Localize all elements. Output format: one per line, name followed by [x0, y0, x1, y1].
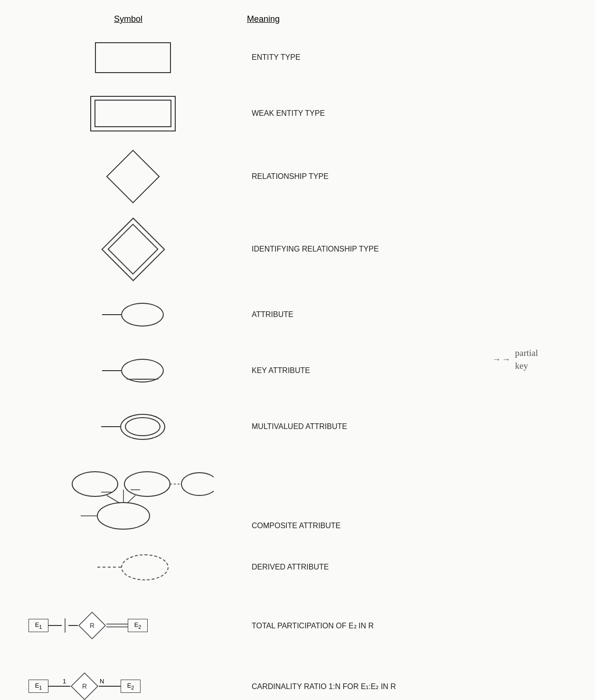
- weak-entity-inner-rect: [94, 100, 171, 127]
- attribute-ellipse: [121, 303, 164, 327]
- cr-n-label: N: [100, 678, 104, 685]
- derived-ellipse: [121, 554, 169, 580]
- diamond-shape: [106, 149, 160, 203]
- svg-text:R: R: [82, 682, 87, 690]
- cardinality-ratio-meaning: CARDINALITY RATIO 1:N FOR E₁:E₂ IN R: [247, 682, 576, 691]
- composite-attribute-shape: [52, 466, 214, 530]
- double-diamond-wrap: [104, 221, 161, 278]
- page: Symbol Meaning ENTITY TYPE WEAK ENTITY T…: [0, 0, 595, 700]
- tp-diamond-svg: R: [78, 611, 106, 640]
- key-attribute-row: KEY ATTRIBUTE →→ partialkey: [19, 352, 576, 390]
- cr-e2-box: E2: [121, 680, 141, 693]
- cr-diamond-svg: R: [70, 672, 99, 700]
- tp-line2: [68, 625, 78, 626]
- entity-type-symbol: [19, 42, 247, 73]
- svg-point-2: [72, 472, 118, 496]
- entity-type-shape: [95, 42, 171, 73]
- key-underline: [126, 379, 159, 380]
- svg-point-4: [124, 472, 170, 496]
- tp-e2-label: E2: [134, 621, 142, 630]
- diamond-wrap: [107, 150, 159, 203]
- multivalued-line: [101, 426, 120, 427]
- cr-1-label: 1: [63, 678, 66, 685]
- identifying-relationship-type-symbol: [19, 221, 247, 278]
- tp-e1-label: E1: [35, 621, 42, 630]
- derived-attribute-meaning: DERIVED ATTRIBUTE: [247, 563, 576, 571]
- key-attribute-ellipse: [121, 359, 164, 383]
- total-participation-row: E1 R: [19, 604, 576, 647]
- attribute-shape-wrap: [102, 303, 164, 327]
- attribute-line: [102, 314, 121, 315]
- composite-attribute-row: COMPOSITE ATTRIBUTE: [19, 464, 576, 530]
- cr-line2: [64, 686, 70, 687]
- weak-entity-type-row: WEAK ENTITY TYPE: [19, 94, 576, 132]
- multivalued-attribute-row: MULTIVALUED ATTRIBUTE: [19, 408, 576, 446]
- svg-line-9: [127, 495, 135, 503]
- attribute-row: ATTRIBUTE: [19, 296, 576, 334]
- multivalued-attribute-meaning: MULTIVALUED ATTRIBUTE: [247, 422, 576, 431]
- tp-line1: [48, 625, 62, 626]
- double-diamond-inner: [107, 224, 158, 274]
- svg-text:R: R: [90, 622, 94, 629]
- handwritten-note: →→ partialkey: [492, 347, 538, 372]
- svg-point-7: [181, 473, 214, 495]
- cardinality-ratio-shape: E1 1 R N: [28, 672, 237, 700]
- composite-attribute-meaning: COMPOSITE ATTRIBUTE: [247, 522, 576, 530]
- cardinality-ratio-symbol: E1 1 R N: [19, 672, 247, 700]
- multivalued-ellipse-inner: [125, 417, 161, 436]
- composite-attribute-symbol: [19, 466, 247, 530]
- cr-e1-label: E1: [35, 682, 42, 691]
- identifying-relationship-type-meaning: IDENTIFYING RELATIONSHIP TYPE: [247, 245, 576, 253]
- entity-type-meaning: ENTITY TYPE: [247, 53, 576, 62]
- key-attribute-shape-wrap: [102, 359, 164, 383]
- multivalued-ellipse-outer: [120, 414, 165, 440]
- multivalued-attribute-symbol: [19, 414, 247, 440]
- meaning-header: Meaning: [247, 14, 280, 24]
- derived-shape-wrap: [97, 554, 169, 580]
- identifying-relationship-type-row: IDENTIFYING RELATIONSHIP TYPE: [19, 221, 576, 278]
- relationship-type-meaning: RELATIONSHIP TYPE: [247, 172, 576, 181]
- total-participation-shape: E1 R: [28, 611, 237, 640]
- cr-line3: [99, 686, 121, 687]
- key-attribute-line: [102, 370, 121, 371]
- multivalued-shape-wrap: [101, 414, 165, 440]
- header-row: Symbol Meaning: [19, 14, 576, 24]
- key-attribute-symbol: [19, 359, 247, 383]
- total-participation-meaning: TOTAL PARTICIPATION OF E₂ IN R: [247, 621, 576, 630]
- entity-type-row: ENTITY TYPE: [19, 38, 576, 76]
- svg-point-0: [97, 503, 150, 529]
- weak-entity-type-symbol: [19, 96, 247, 131]
- svg-line-8: [107, 495, 120, 503]
- tp-tick1: [62, 618, 68, 633]
- attribute-meaning: ATTRIBUTE: [247, 310, 576, 319]
- attribute-symbol: [19, 303, 247, 327]
- total-participation-symbol: E1 R: [19, 611, 247, 640]
- relationship-type-symbol: [19, 150, 247, 203]
- cr-line1: [48, 686, 64, 687]
- cr-e1-box: E1: [28, 680, 48, 693]
- derived-attribute-row: DERIVED ATTRIBUTE: [19, 548, 576, 586]
- tp-e1-box: E1: [28, 619, 48, 632]
- cardinality-ratio-row: E1 1 R N: [19, 665, 576, 700]
- weak-entity-outer-rect: [90, 96, 176, 131]
- derived-line: [97, 567, 121, 568]
- cr-e2-label: E2: [127, 682, 134, 691]
- relationship-type-row: RELATIONSHIP TYPE: [19, 150, 576, 203]
- tp-e2-box: E2: [128, 619, 148, 632]
- derived-attribute-symbol: [19, 554, 247, 580]
- tp-double-line-svg: [106, 621, 128, 630]
- weak-entity-type-meaning: WEAK ENTITY TYPE: [247, 109, 576, 118]
- symbol-header: Symbol: [19, 14, 247, 24]
